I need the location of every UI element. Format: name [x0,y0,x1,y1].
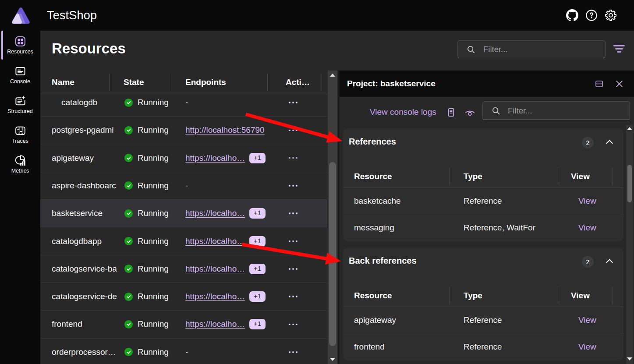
table-row[interactable]: frontend Reference View [343,333,623,360]
cell-endpoint: https://localho… +1 [185,283,266,310]
col-header-resource[interactable]: Resource [354,165,392,188]
scroll-down-arrow[interactable] [330,358,335,361]
col-header-endpoints[interactable]: Endpoints [185,71,226,94]
endpoint-count-badge[interactable]: +1 [249,153,266,163]
row-actions-button[interactable] [282,227,305,254]
column-divider [450,168,450,185]
resource-filter-input[interactable]: Filter... [457,40,606,58]
dot-icon [296,351,298,353]
endpoint-count-badge[interactable]: +1 [249,291,266,302]
row-actions-button[interactable] [282,117,305,144]
col-header-actions[interactable]: Acti… [286,71,310,94]
endpoint-link[interactable]: https://localho… [185,264,245,274]
sidebar-item-label: Resources [7,49,33,55]
collapse-chevron-icon[interactable] [606,138,613,146]
scroll-up-arrow[interactable] [627,127,632,130]
endpoint-link[interactable]: https://localho… [185,292,245,301]
dot-icon [296,157,298,159]
resource-row[interactable]: orderprocessor… Running - [40,339,327,364]
resource-row[interactable]: apigateway Running https://localho… +1 [40,145,327,172]
row-actions-button[interactable] [282,339,305,364]
dot-icon [292,212,294,214]
resource-row[interactable]: catalogservice-ba Running https://localh… [40,255,327,283]
close-icon[interactable] [613,78,625,90]
resources-table: Name State Endpoints Acti… catalogdb Run… [40,71,327,364]
row-actions-button[interactable] [282,200,305,227]
row-actions-button[interactable] [282,145,305,172]
col-header-state[interactable]: State [124,71,144,94]
endpoint-count-badge[interactable]: +1 [249,208,266,219]
endpoint-count-badge[interactable]: +1 [249,319,266,329]
cell-type: Reference [464,188,502,214]
cell-name: basketservice [52,200,103,227]
split-panel-icon[interactable] [593,78,605,90]
view-link[interactable]: View [578,333,596,360]
endpoint-link[interactable]: https://localho… [185,153,245,163]
view-link[interactable]: View [578,214,596,241]
resource-row[interactable]: catalogdbapp Running https://localho… +1 [40,227,327,255]
endpoint-link[interactable]: https://localho… [185,237,245,246]
resource-row[interactable]: aspire-dashboarc Running - [40,172,327,200]
view-link[interactable]: View [578,188,596,214]
table-row[interactable]: apigateway Reference View [343,307,623,333]
github-icon[interactable] [566,9,578,21]
scrollbar-thumb[interactable] [329,162,336,346]
table-row[interactable]: messaging Reference, WaitFor View [343,214,623,241]
count-badge: 2 [582,256,594,268]
dot-icon [292,157,294,159]
console-icon [14,65,26,77]
col-header-view[interactable]: View [571,165,590,188]
panel-filter-input[interactable]: Filter... [482,101,630,120]
endpoint-count-badge[interactable]: +1 [249,264,266,274]
help-icon[interactable] [585,9,598,21]
log-document-icon[interactable] [445,106,457,118]
resource-row[interactable]: postgres-pgadmi Running http://localhost… [40,117,327,144]
sidebar-item-metrics[interactable]: Metrics [0,151,40,180]
sidebar-item-resources[interactable]: Resources [0,32,40,61]
resource-row[interactable]: catalogservice-de Running https://localh… [40,283,327,311]
collapse-chevron-icon[interactable] [606,257,613,265]
sidebar-item-console[interactable]: Console [0,61,40,91]
resource-row[interactable]: basketservice Running https://localho… +… [40,200,327,227]
col-header-name[interactable]: Name [52,71,74,94]
state-label: Running [138,319,169,329]
scroll-down-arrow[interactable] [627,357,632,360]
watch-icon[interactable] [464,107,476,119]
row-actions-button[interactable] [282,283,305,310]
count-badge: 2 [582,137,594,148]
running-status-icon [124,265,133,273]
cell-name: frontend [52,311,82,338]
col-header-view[interactable]: View [571,284,590,307]
scrollbar-thumb[interactable] [627,165,632,202]
row-actions-button[interactable] [282,172,305,199]
endpoint-count-badge[interactable]: +1 [249,236,266,247]
settings-icon[interactable] [605,9,617,21]
resource-row[interactable]: frontend Running https://localho… +1 [40,311,327,338]
scroll-up-arrow[interactable] [330,74,335,77]
col-header-type[interactable]: Type [464,284,482,307]
running-status-icon [124,348,133,356]
dot-icon [289,185,290,187]
dot-icon [292,240,294,242]
row-actions-button[interactable] [282,311,305,338]
endpoint-link[interactable]: https://localho… [185,209,245,218]
state-label: Running [138,209,169,218]
panel-scrollbar[interactable] [626,125,633,364]
table-row[interactable]: basketcache Reference View [343,188,623,214]
table-scrollbar[interactable] [328,71,337,364]
filter-icon[interactable] [613,44,625,54]
cell-state: Running [124,227,169,254]
endpoint-link[interactable]: http://localhost:56790 [185,125,265,135]
view-console-logs-link[interactable]: View console logs [370,97,436,127]
sidebar-item-structured[interactable]: Structured [0,91,40,121]
endpoint-link[interactable]: https://localho… [185,319,245,329]
row-actions-button[interactable] [282,255,305,283]
dot-icon [296,296,298,297]
details-panel: Project: basketservice View console logs [340,71,634,364]
col-header-resource[interactable]: Resource [354,284,392,307]
sidebar-item-traces[interactable]: Traces [0,121,40,151]
cell-type: Reference [464,307,502,333]
col-header-type[interactable]: Type [464,165,482,188]
view-link[interactable]: View [578,307,596,333]
check-icon [126,294,131,299]
